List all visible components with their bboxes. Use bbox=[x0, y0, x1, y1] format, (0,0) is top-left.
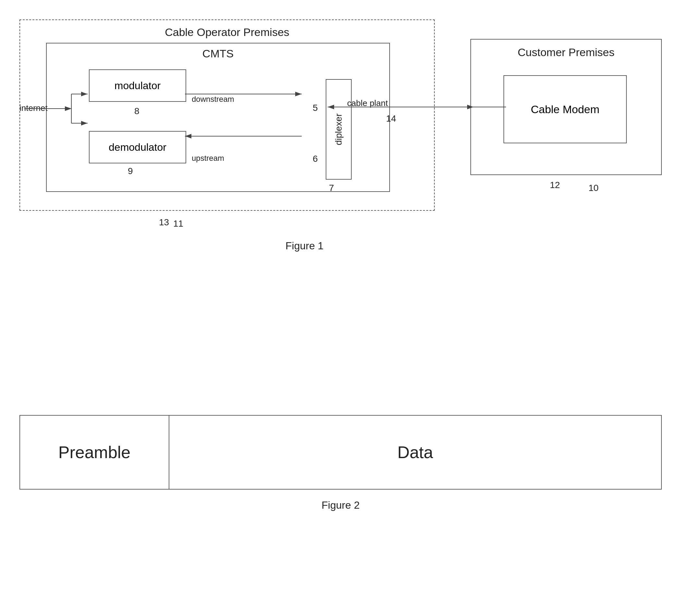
label-6: 6 bbox=[313, 154, 318, 164]
cable-modem-box: Cable Modem 10 bbox=[503, 75, 627, 143]
cable-plant-label: cable plant bbox=[347, 98, 388, 108]
data-cell: Data bbox=[169, 416, 661, 489]
figure2-table: Preamble Data bbox=[19, 415, 662, 489]
label-5: 5 bbox=[313, 103, 318, 113]
diplexer-label: diplexer bbox=[333, 113, 344, 145]
cmts-label: CMTS bbox=[202, 47, 234, 60]
cable-operator-box: Cable Operator Premises CMTS modulator d… bbox=[19, 19, 435, 211]
preamble-cell: Preamble bbox=[20, 416, 169, 489]
label-12: 12 bbox=[550, 180, 560, 190]
label-11: 11 bbox=[173, 219, 183, 229]
modulator-box: modulator bbox=[89, 69, 186, 102]
modulator-label: modulator bbox=[114, 80, 160, 92]
label-13: 13 bbox=[159, 217, 169, 227]
preamble-label: Preamble bbox=[58, 443, 131, 462]
cable-operator-label: Cable Operator Premises bbox=[165, 26, 289, 39]
customer-premises-label: Customer Premises bbox=[518, 46, 615, 59]
label-9: 9 bbox=[128, 166, 133, 176]
cable-modem-label: Cable Modem bbox=[531, 103, 600, 116]
demodulator-box: demodulator bbox=[89, 131, 186, 163]
downstream-label: downstream bbox=[192, 95, 234, 104]
cmts-box: CMTS modulator demodulator diplexer 8 9 … bbox=[46, 43, 390, 192]
customer-premises-box: Customer Premises Cable Modem 10 bbox=[470, 39, 662, 175]
label-10: 10 bbox=[588, 183, 599, 193]
figure2-caption: Figure 2 bbox=[19, 499, 662, 511]
data-label: Data bbox=[397, 443, 433, 462]
label-8: 8 bbox=[134, 106, 139, 116]
demodulator-label: demodulator bbox=[109, 141, 167, 153]
figure1-caption: Figure 1 bbox=[285, 240, 323, 252]
diplexer-box: diplexer bbox=[326, 79, 352, 180]
internet-label: internet bbox=[19, 103, 48, 113]
upstream-label: upstream bbox=[192, 154, 224, 163]
label-14: 14 bbox=[386, 113, 396, 124]
figure2-container: Preamble Data Figure 2 bbox=[19, 415, 668, 511]
label-7: 7 bbox=[329, 183, 334, 193]
